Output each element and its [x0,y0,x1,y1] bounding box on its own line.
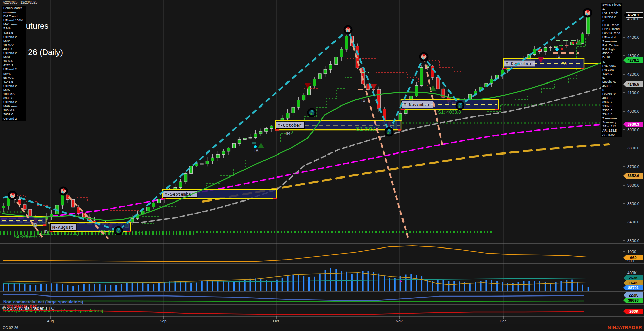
candle-body [216,155,220,158]
candle-body [222,151,225,155]
axis-value-badge: 223K [623,292,643,298]
x-axis-month-label: Nov [396,319,403,323]
candle-body [200,164,203,164]
candle-body [243,138,246,140]
candle-body [324,69,327,74]
axis-tick-label: 3900.0 [627,128,639,132]
axis-tick-label: 1000 [627,250,636,254]
candle-body [184,174,187,182]
axis-value-badge: -263K [623,309,643,314]
axis-tick-label: 3400.0 [627,220,639,224]
status-bar: GC 02-26 NINJATRADER [0,324,644,331]
panel-text-line: 1.----------- [602,7,622,11]
panel-text-line: ------------ [3,10,26,14]
candle-body [340,49,343,57]
x-axis-month-label: Oct [273,319,279,323]
panel-text-line: 2.----------- [602,19,622,23]
ninjatrader-chart-window: Non-commercial net (large speculators)Co… [0,0,644,331]
chart-background [0,0,644,331]
candle-body [377,89,381,109]
chart-title-line2: 2-26 (Daily) [21,48,63,57]
month-box-label: M-August [52,224,74,230]
price-chart-canvas[interactable]: Non-commercial net (large speculators)Co… [0,0,644,331]
candle-body [238,139,241,143]
panel-text-line: UTrend 2 [602,15,622,19]
candle-body [335,57,338,64]
panel-text-line: 3344.8 [602,112,622,116]
candle-body [554,46,557,47]
axis-tick-label: 4200.0 [627,72,639,76]
panel-text-line: UTrend 4 [602,35,622,39]
axis-value-badge: 4520.1 [623,12,643,18]
panel-text-line: MA3.------ [3,55,26,59]
chart-title-line1: Futures [21,22,63,30]
panel-text-line: Pvt. Evolve: [602,43,622,47]
panel-text-line: 4394.0 [602,72,622,76]
candle-body [254,134,257,137]
panel-text-line: 3389.8 [602,104,622,108]
axis-value-badge: 660 [623,255,643,260]
candle-body [2,206,5,208]
panel-text-line: 4278.1 [3,63,26,67]
axis-value-badge: 3652.6 [623,173,643,179]
panel-text-line: UTrend 2 [3,100,26,104]
support-level-label: S1: 4033.8 [438,109,461,115]
candle-body [431,66,434,77]
panel-text-line: AF: 8.00 [602,133,622,137]
x-axis-month-label: Aug [47,319,54,323]
initial-balance-label: IB [254,148,259,153]
panel-text-line: 3652.6 [3,112,26,116]
candle-body [259,131,262,134]
month-box-label: M-October [278,123,302,128]
axis-value-badge: 38693 [623,298,643,303]
panel-text-line: D: 18 [602,55,622,60]
panel-text-line: 6.----------- [602,88,622,92]
axis-tick-label: 4300.0 [627,54,639,58]
panel-text-line: 55 MA: [3,76,26,80]
axis-tick-label: 4400.0 [627,35,639,39]
axis-value-badge: 4145.5 [623,81,643,87]
panel-text-line: 4336.5 [3,47,26,51]
axis-value-badge: 263K [623,275,643,281]
initial-balance-label: IB [556,54,561,59]
date-range-label: 7/22/2025 - 12/23/2025 [2,1,37,4]
candle-body [420,68,423,86]
panel-text-line: UTrend 2 [3,117,26,121]
initial-balance-label: IB [44,229,48,234]
panel-text-line: Levels R: [602,80,622,84]
panel-text-line: 4.----------- [602,60,622,64]
panel-text-line: Pvt Low [602,68,622,72]
panel-text-line: Bench Marks [3,6,26,10]
panel-text-line: 3930.3 [3,96,26,100]
axis-value-badge: 4278.1 [623,57,643,63]
dot-marker [254,145,257,148]
axis-tick-label: 3300.0 [627,239,639,243]
panel-text-line: Summary [602,120,622,124]
month-box-label: M-November [404,102,430,107]
panel-text-line: 4385.5 [3,31,26,35]
candle-body [544,47,547,51]
panel-text-line: MA4.------ [3,72,26,76]
dot-marker [400,280,402,282]
panel-text-line: 3355.6 [602,108,622,112]
panel-text-line: 7.----------- [602,116,622,120]
panel-text-line: UTrend 2 [3,67,26,71]
initial-balance-label: IB [33,222,37,228]
candle-body [318,74,321,79]
panel-text-line: UTrend 2 [3,51,26,55]
candle-body [313,79,316,86]
initial-balance-label: IB [286,131,290,136]
instrument-label: GC 02-26 [3,326,18,330]
candle-body [560,45,563,46]
candle-body [345,36,348,49]
candle-body [549,47,552,48]
candle-body [232,143,235,148]
panel-text-line: MA2.------ [3,39,26,43]
axis-value-badge: 88701 [623,285,643,290]
panel-text-line: UTrend 104% [3,18,26,22]
panel-text-line: Pvt. Trend: [602,11,622,15]
panel-text-line: MA6.------ [3,104,26,108]
candle-body [415,85,418,96]
panel-text-line: Swing Pivots [602,3,622,7]
axis-tick-label: 3500.0 [627,202,639,206]
